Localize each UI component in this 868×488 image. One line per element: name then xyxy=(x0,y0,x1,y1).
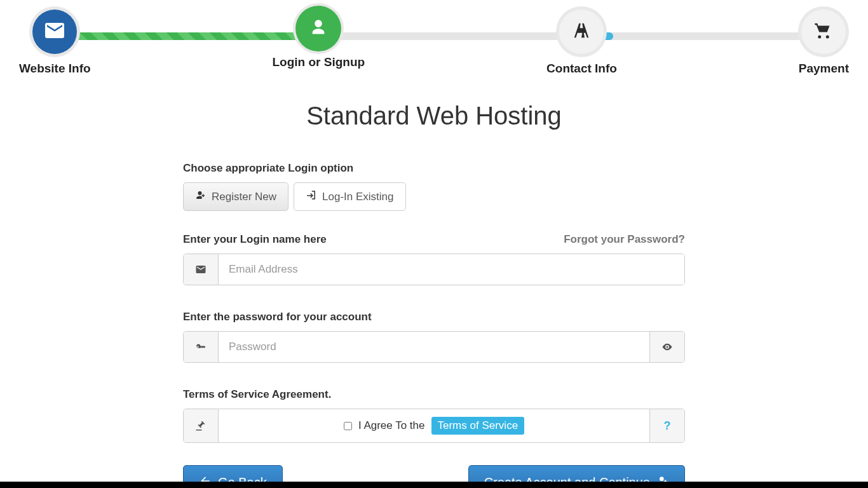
register-new-button[interactable]: Register New xyxy=(183,182,288,211)
step-payment[interactable]: Payment xyxy=(799,10,849,76)
user-plus-icon xyxy=(195,189,207,204)
step-label: Payment xyxy=(799,62,849,76)
cart-icon xyxy=(814,21,833,43)
user-icon xyxy=(309,18,327,39)
mail-icon xyxy=(43,19,66,44)
key-icon xyxy=(184,332,219,362)
email-field[interactable] xyxy=(219,254,684,285)
gavel-icon xyxy=(184,409,219,442)
step-contact-info[interactable]: Contact Info xyxy=(546,10,617,76)
step-label: Contact Info xyxy=(546,62,617,76)
footer-bar xyxy=(0,482,868,488)
forgot-password-link[interactable]: Forgot your Password? xyxy=(564,233,685,246)
tos-help-button[interactable]: ? xyxy=(649,409,684,442)
login-existing-button[interactable]: Log-In Existing xyxy=(294,182,405,211)
page-title: Standard Web Hosting xyxy=(0,102,868,130)
step-label: Website Info xyxy=(19,62,91,76)
login-option-label: Choose appropriate Login option xyxy=(183,162,685,175)
login-icon xyxy=(306,189,317,204)
tos-checkbox[interactable] xyxy=(344,422,352,430)
tos-label: Terms of Service Agreement. xyxy=(183,388,685,401)
tos-agree-text: I Agree To the xyxy=(358,419,425,432)
step-login-signup[interactable]: Login or Signup xyxy=(273,10,365,76)
road-icon xyxy=(572,21,591,43)
step-website-info[interactable]: Website Info xyxy=(19,10,91,76)
email-icon xyxy=(184,254,219,285)
eye-icon[interactable] xyxy=(649,332,684,362)
password-field[interactable] xyxy=(219,332,649,362)
login-name-label: Enter your Login name here xyxy=(183,233,327,246)
step-label: Login or Signup xyxy=(273,55,365,69)
tos-link[interactable]: Terms of Service xyxy=(431,417,525,435)
password-label: Enter the password for your account xyxy=(183,311,685,323)
